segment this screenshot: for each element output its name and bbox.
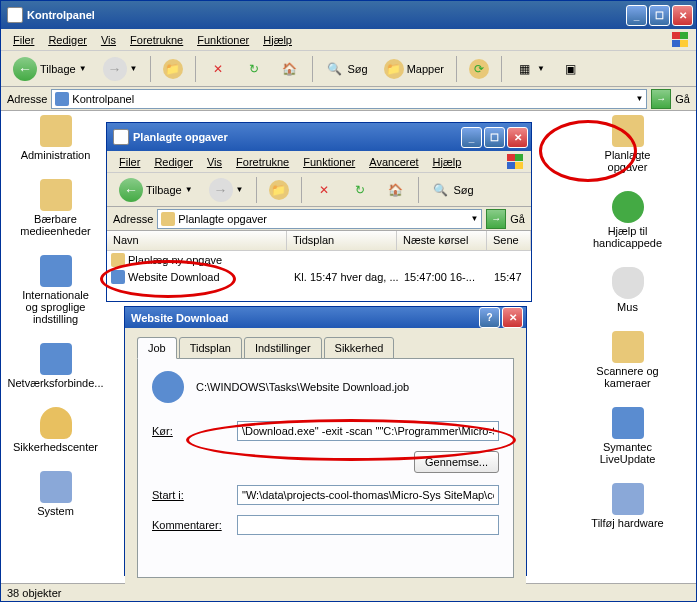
icon-administration[interactable]: Administration xyxy=(16,115,96,161)
new-task-icon xyxy=(111,253,125,267)
menu-vis[interactable]: Vis xyxy=(95,32,122,48)
tasks-address-input[interactable]: Planlagte opgaver▼ xyxy=(157,209,482,229)
icon-baerbare[interactable]: Bærbare medieenheder xyxy=(16,179,96,237)
tasks-minimize-button[interactable]: _ xyxy=(461,127,482,148)
tasks-menu-vis[interactable]: Vis xyxy=(201,154,228,170)
maximize-button[interactable]: ☐ xyxy=(649,5,670,26)
tasks-go-button[interactable]: → xyxy=(486,209,506,229)
menu-rediger[interactable]: Rediger xyxy=(42,32,93,48)
tab-job[interactable]: Job xyxy=(137,337,177,359)
tasks-menu-rediger[interactable]: Rediger xyxy=(148,154,199,170)
icon-netvaerk[interactable]: Netværksforbinde... xyxy=(16,343,96,389)
tab-indstillinger[interactable]: Indstillinger xyxy=(244,337,322,359)
run-input[interactable] xyxy=(237,421,499,441)
tab-tidsplan[interactable]: Tidsplan xyxy=(179,337,242,359)
app-icon xyxy=(7,7,23,23)
tasks-refresh-button[interactable]: ↻ xyxy=(344,176,376,204)
dlg-title: Website Download xyxy=(131,312,229,324)
tasks-menu-hjaelp[interactable]: Hjælp xyxy=(427,154,468,170)
tasks-back-button[interactable]: ←Tilbage▼ xyxy=(113,174,199,206)
search-button[interactable]: 🔍Søg xyxy=(319,55,374,83)
dlg-close-button[interactable]: ✕ xyxy=(502,307,523,328)
task-row-website-download[interactable]: Website Download Kl. 15:47 hver dag, ...… xyxy=(107,268,531,285)
comments-input[interactable] xyxy=(237,515,499,535)
col-navn[interactable]: Navn xyxy=(107,231,287,250)
back-button[interactable]: ←Tilbage▼ xyxy=(7,53,93,85)
sync-button[interactable]: ⟳ xyxy=(463,55,495,83)
tasks-list: Planlæg ny opgave Website Download Kl. 1… xyxy=(107,251,531,301)
icon-hjaelp-handicap[interactable]: Hjælp til handicappede xyxy=(588,191,668,249)
tasks-toolbar: ←Tilbage▼ →▼ 📁 ✕ ↻ 🏠 🔍Søg xyxy=(107,173,531,207)
windows-flag-icon xyxy=(672,32,692,48)
col-naeste[interactable]: Næste kørsel xyxy=(397,231,487,250)
tasks-window: Planlagte opgaver _ ☐ ✕ Filer Rediger Vi… xyxy=(106,122,532,302)
startin-input[interactable] xyxy=(237,485,499,505)
icon-planlagte-opgaver[interactable]: Planlagte opgaver xyxy=(588,115,668,173)
titlebar[interactable]: Kontrolpanel _ ☐ ✕ xyxy=(1,1,696,29)
tasks-title: Planlagte opgaver xyxy=(133,131,228,143)
menu-filer[interactable]: Filer xyxy=(7,32,40,48)
fullscreen-button[interactable]: ▣ xyxy=(555,55,587,83)
tasks-menu-filer[interactable]: Filer xyxy=(113,154,146,170)
tasks-forward-button[interactable]: →▼ xyxy=(203,174,250,206)
window-title: Kontrolpanel xyxy=(27,9,95,21)
windows-flag-icon xyxy=(507,154,527,170)
menu-hjaelp[interactable]: Hjælp xyxy=(257,32,298,48)
task-row-new[interactable]: Planlæg ny opgave xyxy=(107,251,531,268)
icon-mus[interactable]: Mus xyxy=(588,267,668,313)
views-button[interactable]: ▦▼ xyxy=(508,55,551,83)
address-label: Adresse xyxy=(7,93,47,105)
dlg-tabs: Job Tidsplan Indstillinger Sikkerhed xyxy=(137,337,514,359)
tasks-stop-button[interactable]: ✕ xyxy=(308,176,340,204)
forward-button[interactable]: →▼ xyxy=(97,53,144,85)
folder-icon xyxy=(161,212,175,226)
tasks-maximize-button[interactable]: ☐ xyxy=(484,127,505,148)
home-button[interactable]: 🏠 xyxy=(274,55,306,83)
tasks-menu-funktioner[interactable]: Funktioner xyxy=(297,154,361,170)
tasks-icon xyxy=(113,129,129,145)
address-bar: Adresse Kontrolpanel▼ → Gå xyxy=(1,87,696,111)
menu-funktioner[interactable]: Funktioner xyxy=(191,32,255,48)
col-tidsplan[interactable]: Tidsplan xyxy=(287,231,397,250)
globe-icon xyxy=(152,371,184,403)
close-button[interactable]: ✕ xyxy=(672,5,693,26)
minimize-button[interactable]: _ xyxy=(626,5,647,26)
icon-tilfoej-hardware[interactable]: Tilføj hardware xyxy=(588,483,668,529)
col-seneste[interactable]: Sene xyxy=(487,231,531,250)
task-icon xyxy=(111,270,125,284)
tasks-up-button[interactable]: 📁 xyxy=(263,176,295,204)
tab-sikkerhed[interactable]: Sikkerhed xyxy=(324,337,395,359)
right-icon-column: Planlagte opgaver Hjælp til handicappede… xyxy=(585,115,670,529)
up-button[interactable]: 📁 xyxy=(157,55,189,83)
tasks-titlebar[interactable]: Planlagte opgaver _ ☐ ✕ xyxy=(107,123,531,151)
dlg-titlebar[interactable]: Website Download ? ✕ xyxy=(125,307,526,328)
menubar: Filer Rediger Vis Foretrukne Funktioner … xyxy=(1,29,696,51)
icon-sikkerhed[interactable]: Sikkerhedscenter xyxy=(16,407,96,453)
browse-button[interactable]: Gennemse... xyxy=(414,451,499,473)
icon-symantec[interactable]: Symantec LiveUpdate xyxy=(588,407,668,465)
go-button[interactable]: → xyxy=(651,89,671,109)
dlg-help-button[interactable]: ? xyxy=(479,307,500,328)
tasks-home-button[interactable]: 🏠 xyxy=(380,176,412,204)
run-label: Kør: xyxy=(152,425,227,437)
tasks-menu-foretrukne[interactable]: Foretrukne xyxy=(230,154,295,170)
folders-button[interactable]: 📁Mapper xyxy=(378,55,450,83)
tasks-column-headers: Navn Tidsplan Næste kørsel Sene xyxy=(107,231,531,251)
icon-scannere[interactable]: Scannere og kameraer xyxy=(588,331,668,389)
tasks-search-button[interactable]: 🔍Søg xyxy=(425,176,480,204)
left-icon-column: Administration Bærbare medieenheder Inte… xyxy=(13,115,98,517)
tasks-menu-avanceret[interactable]: Avanceret xyxy=(363,154,424,170)
menu-foretrukne[interactable]: Foretrukne xyxy=(124,32,189,48)
startin-label: Start i: xyxy=(152,489,227,501)
comments-label: Kommentarer: xyxy=(152,519,227,531)
address-input[interactable]: Kontrolpanel▼ xyxy=(51,89,647,109)
icon-system[interactable]: System xyxy=(16,471,96,517)
refresh-button[interactable]: ↻ xyxy=(238,55,270,83)
icon-internationale[interactable]: Internationale og sproglige indstilling xyxy=(16,255,96,325)
tasks-close-button[interactable]: ✕ xyxy=(507,127,528,148)
stop-button[interactable]: ✕ xyxy=(202,55,234,83)
tasks-address-bar: Adresse Planlagte opgaver▼ → Gå xyxy=(107,207,531,231)
tab-pane-job: C:\WINDOWS\Tasks\Website Download.job Kø… xyxy=(137,358,514,578)
tasks-menubar: Filer Rediger Vis Foretrukne Funktioner … xyxy=(107,151,531,173)
controlpanel-icon xyxy=(55,92,69,106)
